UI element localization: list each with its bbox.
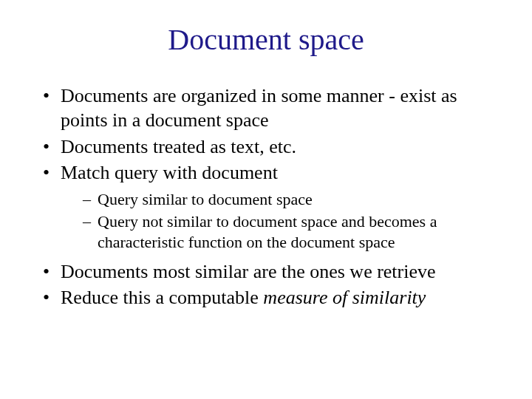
list-item: Documents treated as text, etc. xyxy=(37,134,495,159)
sub-list-item: Query similar to document space xyxy=(81,189,495,210)
list-item-text-italic: measure of similarity xyxy=(263,287,426,308)
list-item: Match query with document Query similar … xyxy=(37,160,495,253)
list-item: Reduce this a computable measure of simi… xyxy=(37,285,495,310)
sub-bullet-list: Query similar to document space Query no… xyxy=(61,189,495,253)
list-item: Documents are organized in some manner -… xyxy=(37,83,495,133)
list-item-text-prefix: Reduce this a computable xyxy=(61,287,263,308)
list-item-text: Match query with document xyxy=(61,162,278,183)
list-item: Documents most similar are the ones we r… xyxy=(37,259,495,284)
bullet-list: Documents are organized in some manner -… xyxy=(37,83,495,310)
sub-list-item: Query not similar to document space and … xyxy=(81,211,495,253)
slide-title: Document space xyxy=(37,22,495,57)
